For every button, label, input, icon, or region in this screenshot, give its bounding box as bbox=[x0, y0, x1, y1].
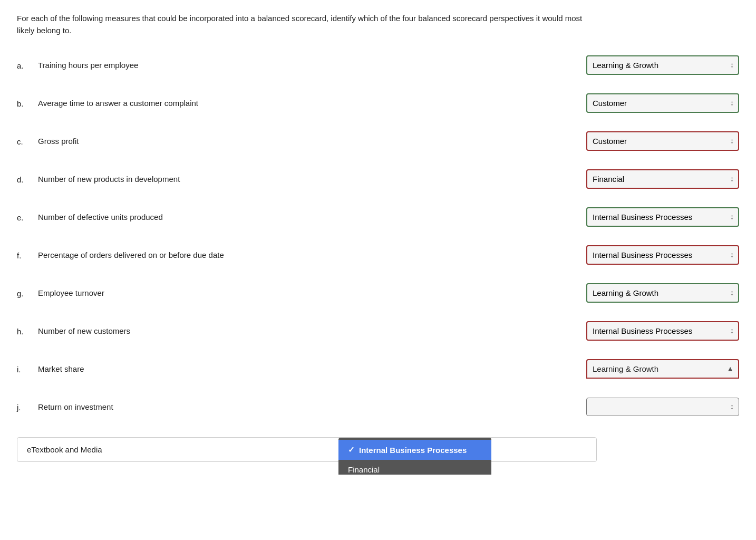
question-row-e: e.Number of defective units producedLear… bbox=[17, 203, 739, 230]
select-c[interactable]: Learning & GrowthCustomerInternal Busine… bbox=[586, 131, 739, 151]
question-row-i: i.Market shareLearning & Growth▲ bbox=[17, 355, 739, 382]
select-e[interactable]: Learning & GrowthCustomerInternal Busine… bbox=[586, 207, 739, 227]
question-row-f: f.Percentage of orders delivered on or b… bbox=[17, 241, 739, 268]
dropdown-item[interactable]: ✓ Internal Business Processes bbox=[338, 440, 491, 460]
question-label-f: f. bbox=[17, 250, 38, 260]
question-text-f: Percentage of orders delivered on or bef… bbox=[38, 250, 302, 259]
question-row-a: a.Training hours per employeeLearning & … bbox=[17, 51, 739, 79]
dropdown-item-label: Financial bbox=[348, 465, 380, 474]
question-text-j: Return on investment bbox=[38, 402, 302, 411]
question-text-e: Number of defective units produced bbox=[38, 213, 302, 221]
checkmark-icon: ✓ bbox=[348, 445, 355, 455]
select-wrapper-e: Learning & GrowthCustomerInternal Busine… bbox=[586, 207, 739, 227]
question-text-c: Gross profit bbox=[38, 137, 302, 146]
select-wrapper-f: Learning & GrowthCustomerInternal Busine… bbox=[586, 245, 739, 265]
select-j[interactable]: Learning & GrowthCustomerInternal Busine… bbox=[586, 398, 739, 416]
dropdown-overlay[interactable]: ✓ Internal Business Processes✓ Financial… bbox=[338, 438, 491, 475]
question-text-i: Market share bbox=[38, 364, 302, 373]
select-wrapper-b: Learning & GrowthCustomerInternal Busine… bbox=[586, 93, 739, 113]
question-label-c: c. bbox=[17, 136, 38, 146]
select-wrapper-g: Learning & GrowthCustomerInternal Busine… bbox=[586, 283, 739, 303]
select-b[interactable]: Learning & GrowthCustomerInternal Busine… bbox=[586, 93, 739, 113]
select-h[interactable]: Learning & GrowthCustomerInternal Busine… bbox=[586, 321, 739, 341]
dropdown-item[interactable]: ✓ Financial bbox=[338, 460, 491, 475]
select-f[interactable]: Learning & GrowthCustomerInternal Busine… bbox=[586, 245, 739, 265]
question-row-d: d.Number of new products in developmentL… bbox=[17, 165, 739, 192]
question-label-j: j. bbox=[17, 402, 38, 412]
dropdown-item-label: Internal Business Processes bbox=[359, 446, 467, 455]
select-wrapper-c: Learning & GrowthCustomerInternal Busine… bbox=[586, 131, 739, 151]
question-label-b: b. bbox=[17, 98, 38, 108]
question-row-j: j.Return on investmentLearning & GrowthC… bbox=[17, 393, 739, 420]
question-label-e: e. bbox=[17, 212, 38, 222]
select-g[interactable]: Learning & GrowthCustomerInternal Busine… bbox=[586, 283, 739, 303]
question-text-g: Employee turnover bbox=[38, 288, 302, 297]
questions-container: a.Training hours per employeeLearning & … bbox=[17, 51, 739, 420]
select-d[interactable]: Learning & GrowthCustomerInternal Busine… bbox=[586, 169, 739, 189]
question-label-g: g. bbox=[17, 288, 38, 298]
select-wrapper-i: Learning & Growth▲ bbox=[586, 359, 739, 379]
question-label-a: a. bbox=[17, 60, 38, 70]
question-label-h: h. bbox=[17, 326, 38, 336]
question-text-a: Training hours per employee bbox=[38, 61, 302, 70]
select-wrapper-j: Learning & GrowthCustomerInternal Busine… bbox=[586, 398, 739, 416]
select-wrapper-h: Learning & GrowthCustomerInternal Busine… bbox=[586, 321, 739, 341]
question-text-b: Average time to answer a customer compla… bbox=[38, 99, 302, 108]
footer-bar: eTextbook and Media bbox=[17, 437, 597, 462]
question-label-d: d. bbox=[17, 174, 38, 184]
footer-text: eTextbook and Media bbox=[27, 445, 102, 454]
question-row-g: g.Employee turnoverLearning & GrowthCust… bbox=[17, 279, 739, 306]
select-partial-i[interactable]: Learning & Growth bbox=[586, 359, 739, 379]
instructions-text: For each of the following measures that … bbox=[17, 13, 597, 36]
select-a[interactable]: Learning & GrowthCustomerInternal Busine… bbox=[586, 55, 739, 75]
question-text-d: Number of new products in development bbox=[38, 175, 302, 184]
question-text-h: Number of new customers bbox=[38, 326, 302, 335]
question-row-h: h.Number of new customersLearning & Grow… bbox=[17, 317, 739, 344]
select-wrapper-a: Learning & GrowthCustomerInternal Busine… bbox=[586, 55, 739, 75]
question-label-i: i. bbox=[17, 364, 38, 374]
select-wrapper-d: Learning & GrowthCustomerInternal Busine… bbox=[586, 169, 739, 189]
question-row-b: b.Average time to answer a customer comp… bbox=[17, 89, 739, 117]
question-row-c: c.Gross profitLearning & GrowthCustomerI… bbox=[17, 127, 739, 155]
